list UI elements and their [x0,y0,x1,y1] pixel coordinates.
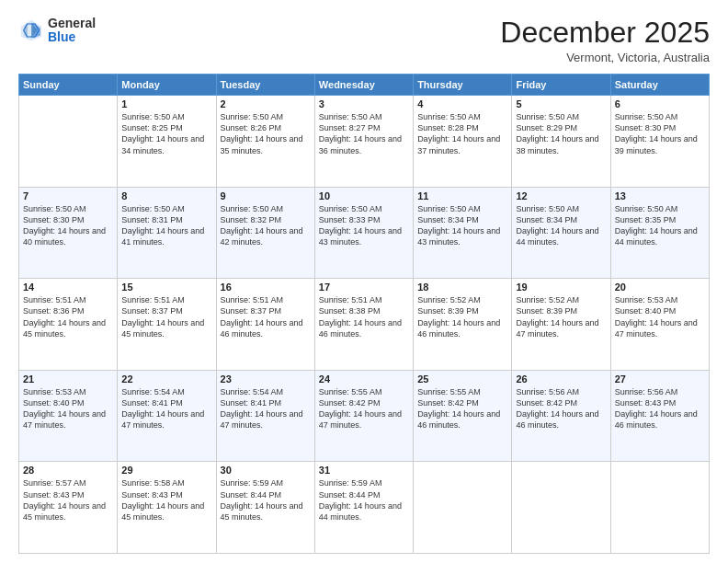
day-number: 16 [221,282,311,293]
cell-info: Sunrise: 5:56 AMSunset: 8:42 PMDaylight:… [516,386,606,431]
header: General Blue December 2025 Vermont, Vict… [18,17,710,64]
th-friday: Friday [512,75,610,96]
cell-info: Sunrise: 5:50 AMSunset: 8:31 PMDaylight:… [121,203,211,248]
table-row: 20Sunrise: 5:53 AMSunset: 8:40 PMDayligh… [610,279,709,371]
table-row: 12Sunrise: 5:50 AMSunset: 8:34 PMDayligh… [512,187,610,279]
cell-info: Sunrise: 5:54 AMSunset: 8:41 PMDaylight:… [121,386,211,431]
day-number: 18 [417,282,507,293]
table-row: 3Sunrise: 5:50 AMSunset: 8:27 PMDaylight… [314,96,413,188]
table-row: 26Sunrise: 5:56 AMSunset: 8:42 PMDayligh… [512,370,610,462]
table-row: 19Sunrise: 5:52 AMSunset: 8:39 PMDayligh… [512,279,610,371]
day-number: 13 [615,190,705,201]
table-row: 6Sunrise: 5:50 AMSunset: 8:30 PMDaylight… [610,96,709,188]
cell-info: Sunrise: 5:51 AMSunset: 8:37 PMDaylight:… [121,294,211,339]
table-row: 21Sunrise: 5:53 AMSunset: 8:40 PMDayligh… [19,370,118,462]
cell-info: Sunrise: 5:59 AMSunset: 8:44 PMDaylight:… [221,477,311,523]
day-number: 23 [221,373,311,385]
logo-blue-text: Blue [48,30,96,44]
cell-info: Sunrise: 5:50 AMSunset: 8:27 PMDaylight:… [319,111,409,156]
logo: General Blue [18,17,96,45]
day-number: 2 [221,98,311,109]
cell-info: Sunrise: 5:50 AMSunset: 8:29 PMDaylight:… [516,111,606,156]
th-sunday: Sunday [19,75,118,96]
day-number: 17 [319,282,409,293]
day-number: 29 [121,465,211,476]
cell-info: Sunrise: 5:53 AMSunset: 8:40 PMDaylight:… [23,386,113,431]
day-number: 22 [121,373,211,385]
cell-info: Sunrise: 5:58 AMSunset: 8:43 PMDaylight:… [121,477,211,523]
calendar-header-row: Sunday Monday Tuesday Wednesday Thursday… [19,75,710,96]
cell-info: Sunrise: 5:50 AMSunset: 8:35 PMDaylight:… [615,203,705,248]
day-number: 14 [23,282,113,293]
cell-info: Sunrise: 5:56 AMSunset: 8:43 PMDaylight:… [615,386,705,431]
day-number: 24 [319,373,409,385]
day-number: 26 [516,373,606,385]
cell-info: Sunrise: 5:51 AMSunset: 8:38 PMDaylight:… [319,294,409,339]
table-row: 2Sunrise: 5:50 AMSunset: 8:26 PMDaylight… [216,96,314,188]
th-thursday: Thursday [414,75,512,96]
logo-text: General Blue [48,17,96,45]
table-row: 14Sunrise: 5:51 AMSunset: 8:36 PMDayligh… [19,279,118,371]
day-number: 31 [319,465,409,476]
cell-info: Sunrise: 5:59 AMSunset: 8:44 PMDaylight:… [319,477,409,523]
calendar-row: 14Sunrise: 5:51 AMSunset: 8:36 PMDayligh… [19,279,710,371]
table-row: 27Sunrise: 5:56 AMSunset: 8:43 PMDayligh… [610,370,709,462]
day-number: 28 [23,465,113,476]
cell-info: Sunrise: 5:57 AMSunset: 8:43 PMDaylight:… [23,477,113,523]
cell-info: Sunrise: 5:50 AMSunset: 8:30 PMDaylight:… [23,203,113,248]
calendar-table: Sunday Monday Tuesday Wednesday Thursday… [18,74,710,554]
calendar-row: 7Sunrise: 5:50 AMSunset: 8:30 PMDaylight… [19,187,710,279]
table-row: 13Sunrise: 5:50 AMSunset: 8:35 PMDayligh… [610,187,709,279]
table-row [414,462,512,554]
day-number: 19 [516,282,606,293]
table-row: 10Sunrise: 5:50 AMSunset: 8:33 PMDayligh… [314,187,413,279]
logo-general-text: General [48,17,96,30]
day-number: 21 [23,373,113,385]
table-row: 8Sunrise: 5:50 AMSunset: 8:31 PMDaylight… [118,187,216,279]
day-number: 3 [319,98,409,109]
cell-info: Sunrise: 5:50 AMSunset: 8:34 PMDaylight:… [417,203,507,248]
logo-icon [18,17,44,43]
table-row: 5Sunrise: 5:50 AMSunset: 8:29 PMDaylight… [512,96,610,188]
cell-info: Sunrise: 5:50 AMSunset: 8:30 PMDaylight:… [615,111,705,156]
page: General Blue December 2025 Vermont, Vict… [0,0,728,563]
table-row: 25Sunrise: 5:55 AMSunset: 8:42 PMDayligh… [414,370,512,462]
table-row: 1Sunrise: 5:50 AMSunset: 8:25 PMDaylight… [118,96,216,188]
th-wednesday: Wednesday [314,75,413,96]
cell-info: Sunrise: 5:50 AMSunset: 8:34 PMDaylight:… [516,203,606,248]
table-row: 24Sunrise: 5:55 AMSunset: 8:42 PMDayligh… [314,370,413,462]
calendar-row: 21Sunrise: 5:53 AMSunset: 8:40 PMDayligh… [19,370,710,462]
table-row: 23Sunrise: 5:54 AMSunset: 8:41 PMDayligh… [216,370,314,462]
cell-info: Sunrise: 5:50 AMSunset: 8:25 PMDaylight:… [121,111,211,156]
table-row: 11Sunrise: 5:50 AMSunset: 8:34 PMDayligh… [414,187,512,279]
cell-info: Sunrise: 5:55 AMSunset: 8:42 PMDaylight:… [319,386,409,431]
day-number: 5 [516,98,606,109]
calendar-row: 1Sunrise: 5:50 AMSunset: 8:25 PMDaylight… [19,96,710,188]
table-row: 30Sunrise: 5:59 AMSunset: 8:44 PMDayligh… [216,462,314,554]
cell-info: Sunrise: 5:50 AMSunset: 8:33 PMDaylight:… [319,203,409,248]
cell-info: Sunrise: 5:50 AMSunset: 8:28 PMDaylight:… [417,111,507,156]
day-number: 20 [615,282,705,293]
cell-info: Sunrise: 5:53 AMSunset: 8:40 PMDaylight:… [615,294,705,339]
cell-info: Sunrise: 5:50 AMSunset: 8:26 PMDaylight:… [221,111,311,156]
day-number: 6 [615,98,705,109]
day-number: 11 [417,190,507,201]
calendar-row: 28Sunrise: 5:57 AMSunset: 8:43 PMDayligh… [19,462,710,554]
th-saturday: Saturday [610,75,709,96]
cell-info: Sunrise: 5:55 AMSunset: 8:42 PMDaylight:… [417,386,507,431]
day-number: 4 [417,98,507,109]
table-row: 29Sunrise: 5:58 AMSunset: 8:43 PMDayligh… [118,462,216,554]
cell-info: Sunrise: 5:51 AMSunset: 8:36 PMDaylight:… [23,294,113,339]
cell-info: Sunrise: 5:52 AMSunset: 8:39 PMDaylight:… [516,294,606,339]
day-number: 30 [221,465,311,476]
day-number: 1 [121,98,211,109]
table-row: 15Sunrise: 5:51 AMSunset: 8:37 PMDayligh… [118,279,216,371]
table-row: 18Sunrise: 5:52 AMSunset: 8:39 PMDayligh… [414,279,512,371]
location: Vermont, Victoria, Australia [500,51,710,64]
table-row: 7Sunrise: 5:50 AMSunset: 8:30 PMDaylight… [19,187,118,279]
title-block: December 2025 Vermont, Victoria, Austral… [500,17,710,64]
day-number: 15 [121,282,211,293]
day-number: 9 [221,190,311,201]
month-title: December 2025 [500,17,710,49]
table-row [512,462,610,554]
